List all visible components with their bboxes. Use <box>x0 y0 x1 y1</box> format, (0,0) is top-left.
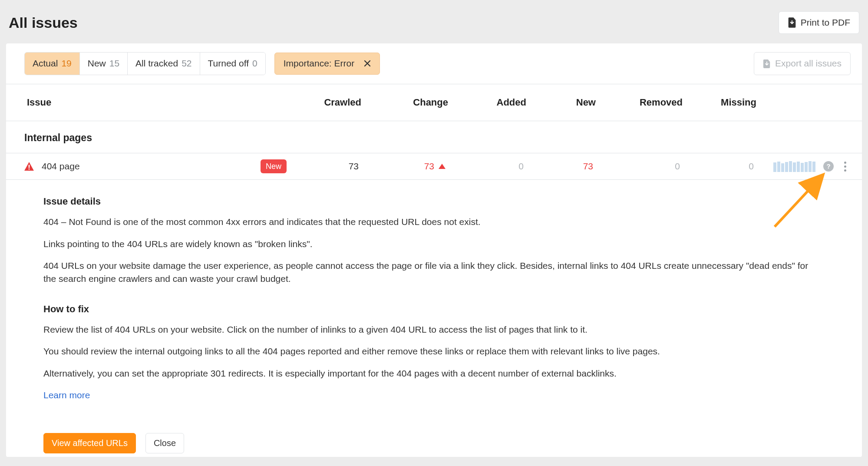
cell-change: 73 <box>367 160 454 173</box>
tab-count: 52 <box>182 57 191 70</box>
export-all-button[interactable]: Export all issues <box>754 52 851 75</box>
new-badge: New <box>261 159 287 173</box>
details-actions: View affected URLs Close <box>6 423 862 457</box>
cell-missing: 0 <box>689 160 762 173</box>
table-header: Issue Crawled Change Added New Removed M… <box>6 84 862 121</box>
tab-turned-off[interactable]: Turned off 0 <box>200 53 265 74</box>
tab-label: Turned off <box>208 57 249 70</box>
cell-new: 73 <box>532 160 602 173</box>
col-crawled: Crawled <box>296 96 370 109</box>
cell-crawled: 73 <box>294 160 367 173</box>
svg-rect-0 <box>29 165 30 168</box>
col-new: New <box>535 96 604 109</box>
cell-removed: 0 <box>602 160 689 173</box>
sparkline <box>773 161 815 172</box>
tab-count: 19 <box>61 57 71 70</box>
tab-label: New <box>88 57 106 70</box>
cell-added: 0 <box>454 160 532 173</box>
pdf-icon <box>788 17 796 28</box>
filter-tabs: Actual 19 New 15 All tracked 52 Turned o… <box>24 52 266 75</box>
tab-actual[interactable]: Actual 19 <box>25 53 80 74</box>
details-p1: 404 – Not Found is one of the most commo… <box>43 215 821 228</box>
fix-p3: Alternatively, you can set the appropria… <box>43 367 821 380</box>
tab-new[interactable]: New 15 <box>80 53 128 74</box>
page-title: All issues <box>9 12 78 33</box>
filter-bar: Actual 19 New 15 All tracked 52 Turned o… <box>6 43 862 84</box>
filter-chip-importance[interactable]: Importance: Error <box>274 53 380 74</box>
fix-p1: Review the list of 404 URLs on your webs… <box>43 323 821 336</box>
chip-remove-icon[interactable] <box>362 59 373 69</box>
tab-all-tracked[interactable]: All tracked 52 <box>128 53 200 74</box>
issues-card: Actual 19 New 15 All tracked 52 Turned o… <box>6 43 862 457</box>
details-p3: 404 URLs on your website damage the user… <box>43 259 821 286</box>
print-pdf-button[interactable]: Print to PDF <box>779 11 859 34</box>
chip-label: Importance: Error <box>284 57 354 70</box>
details-heading: Issue details <box>43 195 838 208</box>
issue-name: 404 page <box>42 160 80 173</box>
tab-label: Actual <box>33 57 58 70</box>
row-menu-icon[interactable] <box>842 162 849 172</box>
fix-p2: You should review the internal outgoing … <box>43 345 821 358</box>
tab-label: All tracked <box>135 57 178 70</box>
close-button[interactable]: Close <box>145 433 184 453</box>
issue-row-404[interactable]: 404 page New 73 73 0 73 0 0 ? <box>6 153 862 180</box>
svg-rect-1 <box>29 169 30 170</box>
details-p2: Links pointing to the 404 URLs are widel… <box>43 238 821 251</box>
col-removed: Removed <box>604 96 691 109</box>
learn-more-link[interactable]: Learn more <box>43 390 90 400</box>
help-icon[interactable]: ? <box>823 161 834 172</box>
trend-up-icon <box>439 164 446 169</box>
error-icon <box>24 162 34 171</box>
print-pdf-label: Print to PDF <box>801 16 850 29</box>
tab-count: 15 <box>109 57 119 70</box>
col-issue: Issue <box>27 96 296 109</box>
group-internal-pages: Internal pages <box>6 121 862 153</box>
col-added: Added <box>457 96 535 109</box>
howtofix-heading: How to fix <box>43 302 838 316</box>
view-affected-urls-button[interactable]: View affected URLs <box>43 433 136 453</box>
export-all-label: Export all issues <box>775 57 842 70</box>
issue-details: Issue details 404 – Not Found is one of … <box>6 180 862 423</box>
tab-count: 0 <box>252 57 257 70</box>
download-icon <box>763 59 771 68</box>
col-change: Change <box>370 96 457 109</box>
col-missing: Missing <box>691 96 765 109</box>
